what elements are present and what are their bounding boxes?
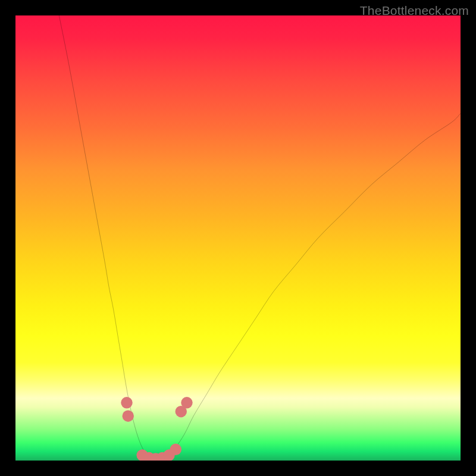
watermark-text: TheBottleneck.com xyxy=(360,4,469,18)
data-marker xyxy=(121,397,132,408)
data-marker xyxy=(170,444,181,455)
curve-svg xyxy=(15,15,461,461)
chart-frame: TheBottleneck.com xyxy=(0,0,476,476)
curve-bottleneck-left xyxy=(59,15,158,461)
data-marker xyxy=(181,397,192,408)
curve-bottleneck-right xyxy=(158,114,461,461)
data-marker xyxy=(123,410,134,421)
plot-area xyxy=(15,15,461,461)
